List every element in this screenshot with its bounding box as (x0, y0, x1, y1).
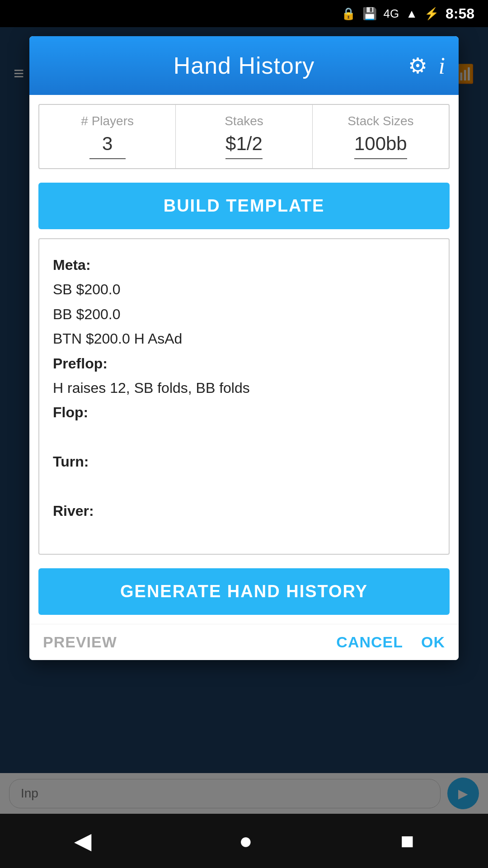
hand-history-dialog: Hand History ⚙ i # Players 3 Stakes $1/2… (29, 36, 459, 660)
wifi-signal-icon: ▲ (406, 7, 418, 21)
header-icons: ⚙ i (408, 52, 445, 79)
stakes-field[interactable]: Stakes $1/2 (176, 105, 312, 168)
dialog-header: Hand History ⚙ i (29, 36, 459, 95)
dialog-footer: PREVIEW CANCEL OK (29, 624, 459, 660)
preview-button: PREVIEW (43, 633, 336, 651)
players-field[interactable]: # Players 3 (39, 105, 176, 168)
signal-icon: 🔒 (341, 7, 356, 21)
players-value: 3 (89, 133, 126, 159)
clock: 8:58 (446, 5, 474, 22)
sim-icon: 💾 (362, 7, 377, 21)
status-icons: 🔒 💾 4G ▲ ⚡ 8:58 (341, 5, 474, 22)
recent-button[interactable]: ■ (400, 828, 414, 854)
build-template-button[interactable]: BUILD TEMPLATE (38, 183, 450, 229)
players-label: # Players (46, 114, 169, 128)
dialog-title: Hand History (174, 52, 315, 79)
generate-hand-history-button[interactable]: GENERATE HAND HISTORY (38, 568, 450, 615)
network-icon: 4G (384, 7, 399, 21)
ok-button[interactable]: OK (421, 633, 445, 651)
stack-value: 100bb (354, 133, 407, 159)
nav-bar: ◀ ● ■ (0, 814, 488, 868)
hand-text-content[interactable]: Meta: SB $200.0 BB $200.0 BTN $200.0 H A… (53, 253, 435, 523)
stakes-value: $1/2 (225, 133, 263, 159)
stack-sizes-field[interactable]: Stack Sizes 100bb (313, 105, 449, 168)
status-bar: 🔒 💾 4G ▲ ⚡ 8:58 (0, 0, 488, 27)
hand-text-area: Meta: SB $200.0 BB $200.0 BTN $200.0 H A… (38, 238, 450, 555)
battery-icon: ⚡ (424, 7, 439, 21)
info-icon[interactable]: i (439, 52, 445, 79)
home-button[interactable]: ● (239, 828, 253, 854)
cancel-button[interactable]: CANCEL (336, 633, 403, 651)
stakes-label: Stakes (183, 114, 305, 128)
fields-row: # Players 3 Stakes $1/2 Stack Sizes 100b… (38, 104, 450, 169)
stack-label: Stack Sizes (319, 114, 442, 128)
back-button[interactable]: ◀ (74, 828, 91, 854)
settings-icon[interactable]: ⚙ (408, 53, 427, 78)
